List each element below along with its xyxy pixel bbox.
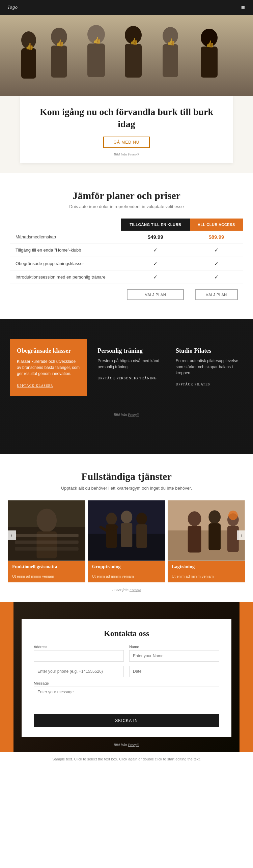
features-freepik-link[interactable]: Freepik <box>128 412 139 416</box>
pricing-row-3-label: Introduktionssession med en personlig tr… <box>10 270 121 284</box>
pricing-row-2-col2: ✓ <box>190 257 243 270</box>
svg-text:👍: 👍 <box>93 36 101 44</box>
pricing-row-2-col1: ✓ <box>121 257 190 270</box>
hero-image-credit: Bild från Freepik <box>34 152 219 156</box>
services-subtitle: Upptäck allt du behöver i ett kvartersgy… <box>8 486 245 491</box>
svg-rect-34 <box>121 523 132 547</box>
features-content: Obegränsade klasser Klasser kurerade och… <box>0 319 253 410</box>
services-section: Fullständiga tjänster Upptäck allt du be… <box>0 454 253 602</box>
feature-card-unlimited: Obegränsade klasser Klasser kurerade och… <box>10 339 87 396</box>
svg-point-35 <box>136 513 147 525</box>
freepik-link[interactable]: Freepik <box>128 152 139 156</box>
form-group-date <box>129 666 219 677</box>
address-input[interactable] <box>34 650 124 662</box>
service-3-desc: Ut enim ad minim veniam <box>168 573 245 582</box>
form-row-1: Address Name <box>34 645 219 662</box>
name-label: Name <box>129 645 219 649</box>
service-2-desc: Ut enim ad minim veniam <box>88 573 165 582</box>
date-input[interactable] <box>129 666 219 677</box>
submit-button[interactable]: SKICKA IN <box>34 714 219 727</box>
svg-rect-13 <box>201 47 218 78</box>
feature-card-pilates: Studio Pilates En rent autentisk pilates… <box>172 339 243 396</box>
pricing-row-1: Tillgång till en enda "Home"-klubb ✓ ✓ <box>10 243 243 257</box>
plan-button-col2[interactable]: VÄLJ PLAN <box>195 289 238 300</box>
feature-personal-link[interactable]: UPPTÄCK PERSONLIG TRÄNING <box>97 376 157 380</box>
pricing-subtitle: Duis aute irure dolor in reprehenderit i… <box>10 204 243 209</box>
contact-card: Kontakta oss Address Name <box>22 619 231 737</box>
contact-image-credit: Bild från Freepik <box>8 737 245 752</box>
hero-image: 👍 👍 👍 👍 👍 👍 <box>0 15 253 96</box>
svg-point-41 <box>209 510 221 524</box>
pricing-row-label: Månadsmedlemskap <box>10 231 121 243</box>
svg-rect-7 <box>87 44 105 77</box>
name-input[interactable] <box>129 650 219 662</box>
form-group-name: Name <box>129 645 219 662</box>
pricing-row-price: Månadsmedlemskap $49.99 $89.99 <box>10 231 243 243</box>
phone-input[interactable] <box>34 666 124 677</box>
svg-text:👍: 👍 <box>206 40 214 48</box>
form-group-address: Address <box>34 645 124 662</box>
form-group-phone <box>34 666 124 677</box>
pricing-row-1-label: Tillgång till en enda "Home"-klubb <box>10 243 121 257</box>
pricing-plan-empty <box>10 284 121 306</box>
carousel-prev-button[interactable]: ‹ <box>7 530 16 540</box>
feature-personal-title: Personlig träning <box>97 347 161 354</box>
pricing-row-2: Obegränsade gruppträningsklasser ✓ ✓ <box>10 257 243 270</box>
form-group-message: Message <box>34 681 219 710</box>
svg-rect-40 <box>188 526 201 553</box>
message-label: Message <box>34 681 219 685</box>
pricing-section: Jämför planer och priser Duis aute irure… <box>0 173 253 319</box>
pricing-row-2-label: Obegränsade gruppträningsklasser <box>10 257 121 270</box>
svg-rect-9 <box>125 44 142 78</box>
pricing-row-3-col1: ✓ <box>121 270 190 284</box>
carousel-next-button[interactable]: › <box>237 530 246 540</box>
svg-rect-36 <box>136 524 147 548</box>
pricing-heading: Jämför planer och priser <box>10 190 243 201</box>
svg-point-29 <box>106 513 117 525</box>
hamburger-icon[interactable]: ≡ <box>241 4 245 11</box>
feature-unlimited-link[interactable]: UPPTÄCK KLASSER <box>17 384 53 387</box>
svg-text:👍: 👍 <box>167 38 175 46</box>
service-card-3: Lagträning Ut enim ad minim veniam <box>168 500 245 582</box>
pricing-price-col1: $49.99 <box>121 231 190 243</box>
features-section: Obegränsade klasser Klasser kurerade och… <box>0 319 253 454</box>
services-heading: Fullständiga tjänster <box>8 471 245 482</box>
feature-unlimited-desc: Klasser kurerade och utvecklade av brans… <box>17 358 80 377</box>
svg-point-22 <box>37 509 57 532</box>
pricing-row-3-col2: ✓ <box>190 270 243 284</box>
svg-point-45 <box>228 511 238 520</box>
hero-section: 👍 👍 👍 👍 👍 👍 Kom igång nu och förvandla b… <box>0 15 253 173</box>
service-1-label: Funktionell gräsmatta <box>8 561 85 573</box>
join-button[interactable]: GÅ MED NU <box>103 137 149 148</box>
svg-rect-42 <box>209 523 221 550</box>
service-3-label: Lagträning <box>168 561 245 573</box>
pricing-col2-header: ALL CLUB ACCESS <box>190 219 243 231</box>
footer-note: Sample text. Click to select the text bo… <box>0 752 253 766</box>
pricing-row-3: Introduktionssession med en personlig tr… <box>10 270 243 284</box>
navbar: logo ≡ <box>0 0 253 15</box>
address-label: Address <box>34 645 124 649</box>
svg-rect-26 <box>15 547 79 550</box>
pricing-col1-header: TILLGÅNG TILL EN KLUBB <box>121 219 190 231</box>
svg-text:👍: 👍 <box>130 37 138 45</box>
form-row-2 <box>34 666 219 677</box>
svg-rect-24 <box>15 534 79 537</box>
pricing-col-empty <box>10 219 121 231</box>
feature-card-personal: Personlig träning Prestera på högsta niv… <box>93 339 165 396</box>
plan-button-col1[interactable]: VÄLJ PLAN <box>127 289 184 300</box>
orange-right-bar <box>240 602 253 752</box>
message-input[interactable] <box>34 687 219 710</box>
svg-rect-25 <box>15 541 79 544</box>
hero-title: Kom igång nu och förvandla burk till bur… <box>34 106 219 131</box>
service-2-label: Gruppträning <box>88 561 165 573</box>
svg-point-33 <box>121 511 132 523</box>
orange-left-bar <box>0 602 13 752</box>
feature-pilates-link[interactable]: UPPTÄCK PILATES <box>176 382 210 386</box>
services-image-credit: Bilder från Freepik <box>8 588 245 592</box>
services-freepik-link[interactable]: Freepik <box>130 588 141 592</box>
contact-freepik-link[interactable]: Freepik <box>128 743 139 747</box>
pricing-row-1-col2: ✓ <box>190 243 243 257</box>
svg-rect-11 <box>163 44 178 77</box>
pricing-plan-row: VÄLJ PLAN VÄLJ PLAN <box>10 284 243 306</box>
pricing-row-1-col1: ✓ <box>121 243 190 257</box>
